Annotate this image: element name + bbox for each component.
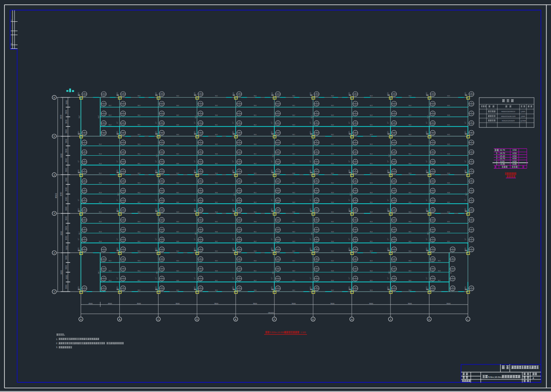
svg-text:GL1: GL1 xyxy=(331,173,334,174)
svg-text:13: 13 xyxy=(316,94,318,96)
svg-text:1:100: 1:100 xyxy=(301,331,306,334)
svg-text:3000: 3000 xyxy=(66,255,68,260)
svg-text:13: 13 xyxy=(200,172,202,174)
svg-text:10: 10 xyxy=(316,220,318,222)
svg-text:13: 13 xyxy=(432,181,434,183)
svg-text:GL5: GL5 xyxy=(138,241,140,242)
svg-text:GL6: GL6 xyxy=(254,134,257,136)
svg-text:4500: 4500 xyxy=(89,302,93,304)
svg-text:10: 10 xyxy=(316,240,318,242)
svg-text:13: 13 xyxy=(83,211,86,213)
svg-text:10: 10 xyxy=(200,162,202,164)
svg-text:19.70: 19.70 xyxy=(500,152,505,154)
svg-text:L7: L7 xyxy=(464,238,466,240)
svg-text:L7: L7 xyxy=(348,122,350,123)
svg-text:13: 13 xyxy=(393,94,395,96)
svg-text:13: 13 xyxy=(471,181,473,183)
svg-text:4.50: 4.50 xyxy=(512,155,516,157)
svg-text:13: 13 xyxy=(432,94,434,96)
svg-text:13: 13 xyxy=(432,201,434,203)
svg-text:10: 10 xyxy=(238,162,240,164)
svg-text:13: 13 xyxy=(161,250,163,252)
svg-text:13: 13 xyxy=(277,269,279,271)
svg-text:L7: L7 xyxy=(348,161,350,162)
svg-text:GL5: GL5 xyxy=(409,115,411,116)
svg-text:13: 13 xyxy=(316,114,318,116)
svg-text:GL4: GL4 xyxy=(138,192,140,194)
svg-text:13: 13 xyxy=(432,104,434,106)
svg-text:3.: 3. xyxy=(56,346,58,348)
svg-text:GL4: GL4 xyxy=(176,221,179,223)
svg-text:10: 10 xyxy=(393,152,395,154)
svg-text:3000: 3000 xyxy=(66,265,68,269)
svg-text:13: 13 xyxy=(238,279,240,281)
svg-text:GL1: GL1 xyxy=(215,202,218,203)
svg-text:10: 10 xyxy=(355,143,357,145)
svg-text:L7: L7 xyxy=(309,161,311,162)
svg-text:10: 10 xyxy=(83,152,86,154)
svg-text:GL4: GL4 xyxy=(109,124,111,126)
svg-text:GL7: GL7 xyxy=(78,231,80,235)
svg-text:GL3: GL3 xyxy=(138,134,140,136)
svg-text:9000: 9000 xyxy=(292,302,296,304)
svg-text:GL4: GL4 xyxy=(409,290,411,291)
svg-text:GL1: GL1 xyxy=(215,124,218,126)
svg-text:L7: L7 xyxy=(155,122,157,123)
svg-text:10: 10 xyxy=(122,162,124,164)
svg-text:13: 13 xyxy=(432,133,434,135)
svg-text:10: 10 xyxy=(316,230,318,232)
svg-text:3000: 3000 xyxy=(66,168,68,172)
svg-text:H: H xyxy=(351,318,353,321)
svg-text:GL6: GL6 xyxy=(409,163,411,165)
svg-text:GL5: GL5 xyxy=(447,144,450,145)
svg-text:GL2: GL2 xyxy=(331,182,334,184)
svg-text:13: 13 xyxy=(355,114,357,116)
svg-text:13: 13 xyxy=(161,191,163,193)
svg-text:GL6: GL6 xyxy=(438,270,440,272)
svg-text:GL6: GL6 xyxy=(254,290,257,291)
svg-text:10: 10 xyxy=(83,240,86,242)
svg-text:L7: L7 xyxy=(426,238,428,240)
svg-text:13: 13 xyxy=(432,172,434,174)
svg-text:GL6: GL6 xyxy=(254,144,257,145)
svg-text:10: 10 xyxy=(238,143,240,145)
svg-text:13: 13 xyxy=(122,289,124,291)
svg-text:13: 13 xyxy=(122,259,124,261)
svg-text:GL2: GL2 xyxy=(109,260,111,262)
svg-text:GL2: GL2 xyxy=(292,192,295,194)
svg-text:GL1: GL1 xyxy=(447,124,450,126)
svg-text:GL1: GL1 xyxy=(292,95,295,97)
svg-text:GL6: GL6 xyxy=(215,115,218,116)
svg-text:3000: 3000 xyxy=(66,119,68,124)
svg-text:13: 13 xyxy=(432,191,434,193)
svg-text:10: 10 xyxy=(83,220,86,222)
svg-text:GL6: GL6 xyxy=(292,173,295,174)
svg-text:GL4: GL4 xyxy=(370,270,373,272)
svg-text:32.70: 32.70 xyxy=(500,149,505,151)
svg-text:GL4: GL4 xyxy=(138,115,140,116)
svg-text:L7: L7 xyxy=(155,238,157,240)
svg-text:4: 4 xyxy=(496,155,497,157)
svg-text:13: 13 xyxy=(277,181,279,183)
svg-text:GL1: GL1 xyxy=(254,115,257,116)
svg-text:GL7: GL7 xyxy=(388,270,390,274)
svg-text:H250X125X6X9: H250X125X6X9 xyxy=(502,120,515,122)
svg-text:GL7: GL7 xyxy=(311,231,313,235)
svg-text:GL3: GL3 xyxy=(331,192,334,194)
svg-text:L7: L7 xyxy=(271,199,273,201)
svg-text:GL4: GL4 xyxy=(109,280,111,281)
svg-text:13: 13 xyxy=(122,191,124,193)
svg-text:10: 10 xyxy=(161,230,163,232)
svg-text:GL1: GL1 xyxy=(254,153,257,155)
svg-text:10: 10 xyxy=(471,152,473,154)
svg-text:13: 13 xyxy=(83,201,86,203)
svg-text:13: 13 xyxy=(355,181,357,183)
svg-text:GL4: GL4 xyxy=(331,241,334,242)
svg-text:GL5: GL5 xyxy=(215,260,218,262)
svg-text:L7: L7 xyxy=(194,199,196,201)
svg-text:4: 4 xyxy=(532,377,534,379)
svg-text:13: 13 xyxy=(355,172,357,174)
svg-text:13: 13 xyxy=(277,201,279,203)
svg-text:13: 13 xyxy=(103,269,105,271)
svg-text:3000: 3000 xyxy=(66,187,68,192)
